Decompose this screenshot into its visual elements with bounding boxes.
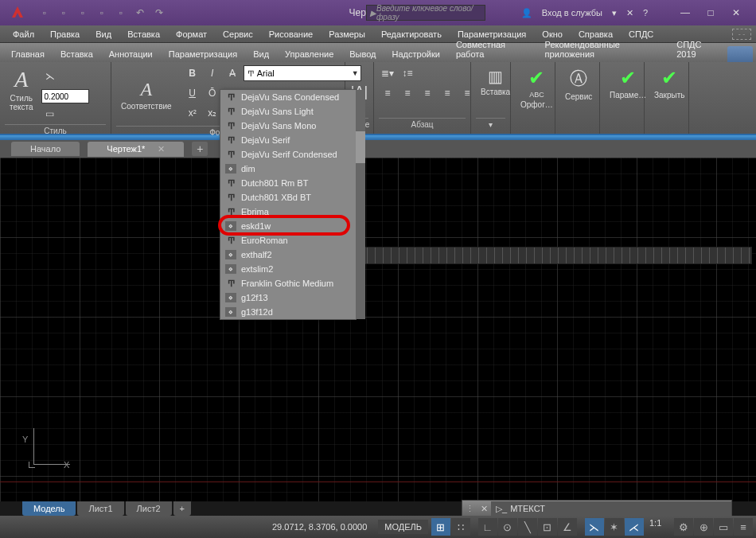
insert-button[interactable]: ▥Вставка	[476, 65, 515, 98]
tab-home[interactable]: Главная	[3, 46, 53, 62]
menu-file[interactable]: Файл	[5, 28, 42, 41]
font-option[interactable]: ⋄g13f12d	[220, 305, 356, 319]
tab-add-sheet[interactable]: +	[173, 501, 191, 516]
doctab-drawing[interactable]: Чертеж1*✕	[88, 142, 184, 157]
app-logo[interactable]	[3, 0, 32, 25]
tab-insert[interactable]: Вставка	[53, 46, 101, 62]
sb-scale-button[interactable]: ✶	[605, 518, 624, 536]
cmd-close-icon[interactable]: ✕	[477, 504, 491, 514]
menu-dashbox[interactable]: - -	[732, 29, 751, 40]
font-option[interactable]: ͲEbrima	[220, 205, 356, 219]
menu-dims[interactable]: Размеры	[321, 28, 373, 41]
sb-ortho-button[interactable]: ∟	[478, 518, 497, 536]
qat-redo-icon[interactable]: ↷	[153, 6, 166, 19]
close-button[interactable]: ✕	[724, 4, 748, 21]
font-option[interactable]: ͲEuroRoman	[220, 233, 356, 248]
sb-gear-button[interactable]: ⚙	[674, 518, 693, 536]
cloud-icon[interactable]: ▾	[612, 8, 617, 18]
sb-autoscale-button[interactable]: ⋌	[625, 518, 644, 536]
tab-addins[interactable]: Надстройки	[384, 46, 448, 62]
menu-service[interactable]: Сервис	[215, 28, 261, 41]
tab-spds[interactable]: СПДС 2019	[668, 37, 727, 62]
bullets-button[interactable]: ≣▾	[379, 65, 396, 81]
mask-icon[interactable]: ▭	[41, 106, 59, 122]
qat-print-icon[interactable]: ▫	[115, 6, 127, 19]
align-center-button[interactable]: ≡	[399, 85, 416, 101]
tab-context-active[interactable]	[727, 46, 753, 62]
command-line[interactable]: ⋮ ✕ ▷_ МТЕКСТ	[462, 500, 732, 517]
font-option[interactable]: ͲDejaVu Serif	[220, 133, 356, 147]
bold-button[interactable]: B	[184, 65, 201, 81]
font-option[interactable]: ͲFranklin Gothic Medium	[220, 276, 356, 290]
sb-iso-button[interactable]: ╲	[518, 518, 537, 536]
qat-saveas-icon[interactable]: ▫	[95, 6, 108, 19]
text-ruler[interactable]	[350, 247, 752, 264]
minimize-button[interactable]: —	[673, 4, 697, 21]
qat-open-icon[interactable]: ▫	[57, 6, 70, 19]
scrollbar-thumb[interactable]	[356, 131, 365, 163]
spellcheck-button[interactable]: ✔ABCОрфог…	[516, 65, 558, 111]
status-model-button[interactable]: МОДЕЛЬ	[378, 520, 428, 534]
font-option[interactable]: ͲDejaVu Sans Condensed	[220, 90, 356, 104]
font-option[interactable]: ͲDutch801 Rm BT	[220, 176, 356, 190]
help-icon[interactable]: ?	[643, 8, 648, 18]
sb-annot-button[interactable]: ⋋	[585, 518, 604, 536]
search-input[interactable]: ▶ Введите ключевое слово/фразу	[366, 5, 485, 21]
tab-manage[interactable]: Управление	[277, 46, 341, 62]
italic-button[interactable]: I	[204, 65, 221, 81]
align-right-button[interactable]: ≡	[419, 85, 436, 101]
doctab-start[interactable]: Начало	[11, 142, 80, 156]
sup-button[interactable]: x²	[184, 105, 201, 121]
menu-modify[interactable]: Редактировать	[373, 28, 450, 41]
tab-output[interactable]: Вывод	[341, 46, 384, 62]
font-select[interactable]: Ͳ Arial ▼	[244, 65, 361, 81]
font-option[interactable]: ⋄exthalf2	[220, 248, 356, 262]
align-just-button[interactable]: ≡	[438, 85, 456, 101]
strike-button[interactable]: A̶	[224, 65, 241, 81]
sb-snap-button[interactable]: ∷	[451, 518, 470, 536]
font-option[interactable]: ͲDejaVu Sans Mono	[220, 119, 356, 133]
underline-button[interactable]: U	[184, 85, 201, 101]
close-icon[interactable]: ✕	[158, 144, 165, 154]
font-option[interactable]: ͲDejaVu Serif Condensed	[220, 147, 356, 162]
qat-new-icon[interactable]: ▫	[38, 6, 51, 19]
doctab-add-button[interactable]: +	[192, 142, 208, 156]
qat-save-icon[interactable]: ▫	[76, 6, 89, 19]
sb-osnap-button[interactable]: ⊡	[538, 518, 557, 536]
tab-featured[interactable]: Рекомендованные приложения	[537, 37, 669, 62]
font-option[interactable]: ͲDejaVu Sans Light	[220, 104, 356, 119]
sb-polar-button[interactable]: ⊙	[498, 518, 517, 536]
text-style-button[interactable]: A Стильтекста	[5, 65, 38, 113]
login-link[interactable]: Вход в службы	[542, 8, 602, 18]
annot-scale-icon[interactable]: ⋋	[41, 68, 59, 84]
font-option[interactable]: ⋄g12f13	[220, 290, 356, 305]
font-option[interactable]: ⋄dim	[220, 162, 356, 176]
close-editor-button[interactable]: ✔Закрыть	[649, 65, 690, 101]
account-icon[interactable]: 👤	[521, 8, 532, 18]
scale-readout[interactable]: 1:1	[645, 518, 666, 536]
font-option[interactable]: ⋄extslim2	[220, 262, 356, 276]
grip-icon[interactable]: ⋮	[462, 504, 477, 514]
menu-insert[interactable]: Вставка	[119, 28, 168, 41]
menu-edit[interactable]: Правка	[42, 28, 88, 41]
tab-model[interactable]: Модель	[22, 501, 76, 516]
align-left-button[interactable]: ≡	[379, 85, 396, 101]
sb-max-button[interactable]: ⊕	[694, 518, 713, 536]
drawing-canvas[interactable]: YX	[0, 158, 756, 501]
qat-undo-icon[interactable]: ↶	[134, 6, 146, 19]
tab-param[interactable]: Параметризация	[161, 46, 245, 62]
match-button[interactable]: A Соответствие	[116, 77, 177, 112]
text-height-input[interactable]	[41, 89, 89, 103]
sb-lock-button[interactable]: ▭	[714, 518, 733, 536]
font-option[interactable]: ͲDutch801 XBd BT	[220, 190, 356, 205]
menu-format[interactable]: Формат	[168, 28, 215, 41]
maximize-button[interactable]: □	[699, 4, 723, 21]
tab-collab[interactable]: Совместная работа	[448, 37, 537, 62]
font-option[interactable]: ⋄eskd1w	[220, 219, 356, 233]
menu-draw[interactable]: Рисование	[261, 28, 321, 41]
menu-view[interactable]: Вид	[88, 28, 119, 41]
tab-sheet1[interactable]: Лист1	[77, 501, 123, 516]
tab-sheet2[interactable]: Лист2	[126, 501, 172, 516]
service-button[interactable]: ⒶСервис	[560, 65, 597, 103]
exchange-icon[interactable]: ✕	[626, 8, 633, 18]
